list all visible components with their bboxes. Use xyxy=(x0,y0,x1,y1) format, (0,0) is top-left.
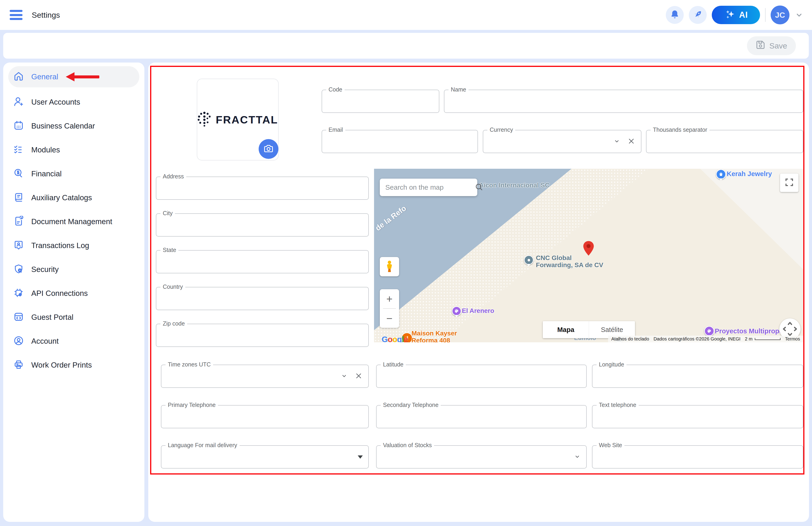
zip-code-field: Zip code xyxy=(156,324,369,347)
sidebar-item-modules[interactable]: Modules xyxy=(3,138,144,162)
valuation-stocks-chevron-down-icon[interactable] xyxy=(574,453,581,461)
primary-telephone-input[interactable] xyxy=(166,408,364,425)
address-input[interactable] xyxy=(161,179,364,197)
save-label: Save xyxy=(769,41,787,50)
sidebar-item-label: Financial xyxy=(31,170,62,178)
sidebar-item-security[interactable]: Security xyxy=(3,258,144,281)
currency-input[interactable] xyxy=(488,133,614,150)
sidebar-item-api-connections[interactable]: API Connections xyxy=(3,281,144,305)
app-header: Settings xyxy=(0,0,812,30)
code-input[interactable] xyxy=(327,92,434,110)
fracttal-logo-mark xyxy=(197,111,212,128)
hamburger-menu-icon[interactable] xyxy=(10,10,23,20)
valuation-stocks-input[interactable] xyxy=(381,448,560,466)
user-badge-icon xyxy=(13,240,24,251)
sidebar-item-auxiliary-catalogs[interactable]: Auxiliary Catalogs xyxy=(3,186,144,210)
currency-chevron-down-icon[interactable] xyxy=(613,138,620,146)
secondary-telephone-field-label: Secondary Telephone xyxy=(381,401,441,408)
poi-label-kerah[interactable]: Kerah Jewelry xyxy=(727,170,772,177)
bell-icon xyxy=(670,10,680,20)
annotation-arrow xyxy=(66,72,100,82)
latitude-input[interactable] xyxy=(381,367,582,385)
zoom-out-button[interactable]: − xyxy=(380,309,399,328)
poi-label-arenero[interactable]: El Arenero xyxy=(462,307,494,314)
secondary-telephone-input[interactable] xyxy=(381,408,582,425)
user-avatar[interactable]: JC xyxy=(771,5,789,24)
whats-new-button[interactable] xyxy=(689,6,707,24)
book-icon xyxy=(13,192,24,203)
sidebar-item-general[interactable]: General xyxy=(8,66,139,87)
save-button[interactable]: Save xyxy=(747,36,796,55)
email-input[interactable] xyxy=(327,133,473,150)
map-search-input[interactable] xyxy=(385,183,475,191)
latitude-field: Latitude xyxy=(376,365,587,388)
sidebar-item-label: API Connections xyxy=(31,289,88,298)
poi-label-cnc[interactable]: CNC GlobalForwarding, SA de CV xyxy=(536,254,603,269)
name-field-label: Name xyxy=(449,86,468,93)
sidebar-item-label: Auxiliary Catalogs xyxy=(31,193,92,202)
time-zones-input[interactable] xyxy=(166,367,342,385)
state-input[interactable] xyxy=(161,253,364,271)
sidebar-item-label: Guest Portal xyxy=(31,313,73,322)
sidebar-item-guest-portal[interactable]: Guest Portal xyxy=(3,305,144,329)
sidebar-item-business-calendar[interactable]: Business Calendar xyxy=(3,114,144,138)
language-mail-dropdown-icon[interactable] xyxy=(358,455,363,459)
zip-code-input[interactable] xyxy=(161,326,364,344)
sidebar-item-financial[interactable]: Financial xyxy=(3,162,144,186)
notifications-button[interactable] xyxy=(666,6,684,24)
primary-telephone-field-label: Primary Telephone xyxy=(165,401,218,408)
sidebar-item-label: General xyxy=(31,72,58,81)
city-input[interactable] xyxy=(161,216,364,234)
sidebar-item-label: Account xyxy=(31,337,59,346)
home-icon xyxy=(13,71,24,83)
thousands-separator-input[interactable] xyxy=(651,133,798,150)
settings-page: Settings xyxy=(0,0,812,526)
longitude-input[interactable] xyxy=(597,367,798,385)
ai-assistant-button[interactable]: AI xyxy=(712,6,760,24)
poi-marker-cnc[interactable] xyxy=(524,255,534,265)
state-field: State xyxy=(156,250,369,273)
pegman-button[interactable] xyxy=(380,257,399,276)
poi-marker-arenero[interactable] xyxy=(452,306,461,316)
poi-marker-kerah[interactable] xyxy=(716,169,726,179)
name-input[interactable] xyxy=(449,92,798,110)
sidebar-item-label: Transactions Log xyxy=(31,241,89,250)
sidebar-item-document-management[interactable]: Document Management xyxy=(3,210,144,234)
thousands-separator-field-label: Thousands separator xyxy=(651,127,709,133)
sidebar-item-work-order-prints[interactable]: Work Order Prints xyxy=(3,353,144,377)
chip-gear-icon xyxy=(13,288,24,299)
poi-marker-proyectos[interactable] xyxy=(704,326,714,336)
search-icon[interactable] xyxy=(475,182,483,192)
primary-telephone-field: Primary Telephone xyxy=(161,405,369,428)
account-chevron-down-icon[interactable] xyxy=(795,10,804,19)
shield-icon xyxy=(13,264,24,275)
location-map[interactable]: de la Refo Aicon Internacional SC CNC Gl… xyxy=(374,169,803,342)
sidebar-item-user-accounts[interactable]: User Accounts xyxy=(3,90,144,114)
time-zones-chevron-down-icon[interactable] xyxy=(341,372,348,380)
keyboard-shortcuts-link[interactable]: Atalhos do teclado xyxy=(611,336,649,341)
sidebar-item-transactions-log[interactable]: Transactions Log xyxy=(3,234,144,258)
zoom-in-button[interactable]: + xyxy=(380,289,399,308)
longitude-field-label: Longitude xyxy=(597,361,626,368)
printer-icon xyxy=(13,359,24,371)
poi-label-aicon[interactable]: Aicon Internacional SC xyxy=(479,181,550,189)
currency-field: Currency xyxy=(483,130,641,153)
address-field: Address xyxy=(156,177,369,200)
poi-label-maison[interactable]: Maison KayserReforma 408 xyxy=(411,330,457,342)
change-logo-button[interactable] xyxy=(259,139,278,159)
web-site-input[interactable] xyxy=(597,448,798,466)
terms-link[interactable]: Termos xyxy=(785,336,800,341)
rocket-icon xyxy=(693,9,703,21)
country-field-label: Country xyxy=(160,283,185,290)
country-input[interactable] xyxy=(161,290,364,307)
currency-clear-icon[interactable] xyxy=(627,137,635,146)
text-telephone-input[interactable] xyxy=(597,408,798,425)
sidebar-item-label: Modules xyxy=(31,146,60,154)
language-mail-input[interactable] xyxy=(166,448,342,466)
user-circle-icon xyxy=(13,335,24,347)
map-type-map-button[interactable]: Mapa xyxy=(543,321,589,338)
checklist-icon xyxy=(13,144,24,156)
time-zones-clear-icon[interactable] xyxy=(354,372,363,381)
sidebar-item-account[interactable]: Account xyxy=(3,329,144,353)
fullscreen-button[interactable] xyxy=(780,174,798,192)
